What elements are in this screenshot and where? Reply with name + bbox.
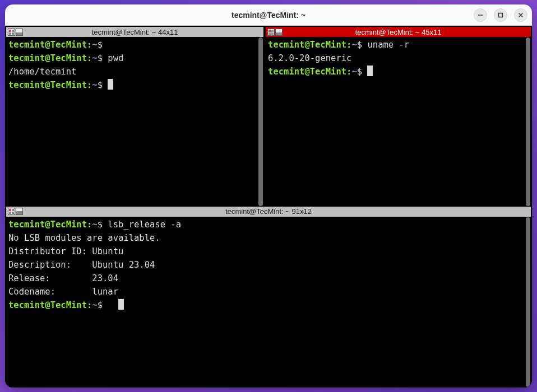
top-split-row: tecmint@TecMint: ~ 44x11 tecmint@TecMint… xyxy=(6,27,531,206)
pane-broadcast-icon[interactable] xyxy=(16,29,23,36)
prompt-path: ~ xyxy=(92,40,97,50)
prompt-user: tecmint@TecMint xyxy=(8,53,87,63)
prompt-sep: : xyxy=(87,80,92,90)
prompt-user: tecmint@TecMint xyxy=(268,40,346,50)
pane-title: tecmint@TecMint: ~ 91x12 xyxy=(225,207,312,216)
prompt-path: ~ xyxy=(351,40,357,50)
scrollbar-thumb[interactable] xyxy=(258,38,263,206)
pane-content-bottom[interactable]: tecmint@TecMint:~$ lsb_release -a No LSB… xyxy=(6,217,531,386)
output-line: Description: Ubuntu 23.04 xyxy=(8,258,529,272)
pane-group-icon[interactable] xyxy=(8,29,15,36)
svg-rect-1 xyxy=(499,13,503,17)
pane-top-left[interactable]: tecmint@TecMint: ~ 44x11 tecmint@TecMint… xyxy=(6,27,263,206)
prompt-sep: : xyxy=(87,53,92,63)
minimize-icon xyxy=(477,12,484,18)
prompt-dollar: $ xyxy=(98,300,103,310)
output-line: 6.2.0-20-generic xyxy=(268,52,529,65)
command-text xyxy=(103,300,113,310)
output-line: No LSB modules are available. xyxy=(8,231,529,245)
prompt-sep: : xyxy=(87,220,92,230)
prompt-path: ~ xyxy=(351,67,357,77)
prompt-user: tecmint@TecMint xyxy=(8,40,87,50)
pane-icons[interactable] xyxy=(267,28,283,36)
prompt-path: ~ xyxy=(92,300,97,310)
minimize-button[interactable] xyxy=(474,8,487,22)
command-text: lsb_release -a xyxy=(108,220,181,230)
cursor-icon xyxy=(367,66,373,76)
prompt-sep: : xyxy=(87,300,92,310)
pane-title: tecmint@TecMint: ~ 44x11 xyxy=(92,28,178,36)
pane-title: tecmint@TecMint: ~ 45x11 xyxy=(355,28,442,36)
output-line: /home/tecmint xyxy=(8,65,261,78)
pane-icons[interactable] xyxy=(7,28,24,36)
pane-broadcast-icon[interactable] xyxy=(275,29,283,36)
scrollbar-thumb[interactable] xyxy=(526,38,530,206)
prompt-dollar: $ xyxy=(98,220,103,230)
prompt-path: ~ xyxy=(92,53,97,63)
window-titlebar[interactable]: tecmint@TecMint: ~ xyxy=(5,4,532,26)
pane-titlebar-bottom[interactable]: tecmint@TecMint: ~ 91x12 xyxy=(6,207,531,217)
command-text: pwd xyxy=(108,53,123,63)
pane-top-right[interactable]: tecmint@TecMint: ~ 45x11 tecmint@TecMint… xyxy=(266,27,531,206)
command-text: uname -r xyxy=(367,40,409,50)
prompt-sep: : xyxy=(87,40,92,50)
cursor-icon xyxy=(108,79,113,90)
prompt-dollar: $ xyxy=(98,40,103,50)
pane-group-icon[interactable] xyxy=(267,29,275,36)
output-line: Distributor ID: Ubuntu xyxy=(8,245,529,258)
terminal-window: tecmint@TecMint: ~ tecmint@TecMin xyxy=(5,4,532,388)
prompt-user: tecmint@TecMint xyxy=(8,80,87,90)
scrollbar-thumb[interactable] xyxy=(526,217,530,387)
pane-icons[interactable] xyxy=(7,207,24,216)
prompt-path: ~ xyxy=(92,80,97,90)
scrollbar[interactable] xyxy=(258,37,263,206)
maximize-button[interactable] xyxy=(494,8,507,22)
prompt-dollar: $ xyxy=(98,53,103,63)
pane-broadcast-icon[interactable] xyxy=(16,208,23,215)
output-line: Release: 23.04 xyxy=(8,272,529,285)
scrollbar[interactable] xyxy=(525,217,531,386)
window-title: tecmint@TecMint: ~ xyxy=(232,11,305,20)
scrollbar[interactable] xyxy=(525,37,531,206)
pane-titlebar-top-right[interactable]: tecmint@TecMint: ~ 45x11 xyxy=(266,27,531,37)
close-button[interactable] xyxy=(514,8,527,22)
prompt-user: tecmint@TecMint xyxy=(8,220,87,230)
terminator-body: tecmint@TecMint: ~ 44x11 tecmint@TecMint… xyxy=(5,26,532,388)
pane-group-icon[interactable] xyxy=(8,208,15,215)
pane-bottom[interactable]: tecmint@TecMint: ~ 91x12 tecmint@TecMint… xyxy=(6,207,531,386)
prompt-dollar: $ xyxy=(98,80,103,90)
window-controls xyxy=(474,8,527,22)
output-line: Codename: lunar xyxy=(8,285,529,298)
pane-content-top-left[interactable]: tecmint@TecMint:~$ tecmint@TecMint:~$ pw… xyxy=(6,37,263,206)
maximize-icon xyxy=(497,12,504,18)
bottom-split-row: tecmint@TecMint: ~ 91x12 tecmint@TecMint… xyxy=(6,207,531,386)
prompt-dollar: $ xyxy=(357,67,362,77)
pane-titlebar-top-left[interactable]: tecmint@TecMint: ~ 44x11 xyxy=(6,27,263,37)
prompt-path: ~ xyxy=(92,220,97,230)
close-icon xyxy=(517,12,524,18)
cursor-icon xyxy=(118,299,124,310)
prompt-user: tecmint@TecMint xyxy=(8,300,87,310)
prompt-dollar: $ xyxy=(357,40,362,50)
prompt-user: tecmint@TecMint xyxy=(268,67,346,77)
pane-content-top-right[interactable]: tecmint@TecMint:~$ uname -r 6.2.0-20-gen… xyxy=(266,37,531,206)
